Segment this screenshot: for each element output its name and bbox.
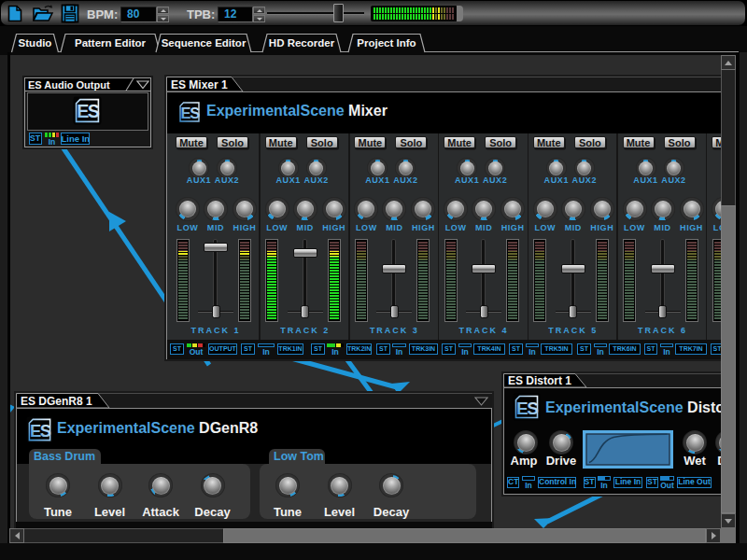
svg-text:Studio: Studio: [19, 37, 52, 49]
svg-text:Pattern Editor: Pattern Editor: [75, 37, 147, 49]
svg-text:ES: ES: [77, 101, 100, 121]
svg-text:Sequence Editor: Sequence Editor: [162, 37, 247, 49]
svg-text:HD Recorder: HD Recorder: [269, 37, 335, 49]
svg-text:ES: ES: [29, 421, 50, 441]
svg-text:ES: ES: [180, 105, 200, 121]
svg-text:Project Info: Project Info: [357, 37, 416, 49]
svg-text:ES: ES: [516, 399, 538, 418]
